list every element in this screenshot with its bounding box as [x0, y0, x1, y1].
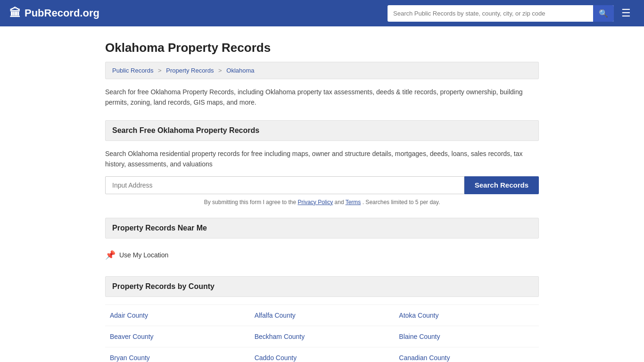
list-item: Blaine County: [394, 326, 539, 347]
search-form-description: Search Oklahoma residential property rec…: [105, 148, 539, 170]
site-logo[interactable]: 🏛 PubRecord.org: [9, 7, 99, 20]
header-search-button[interactable]: 🔍: [593, 5, 614, 22]
page-title: Oklahoma Property Records: [105, 41, 539, 55]
breadcrumb: Public Records > Property Records > Okla…: [105, 62, 539, 79]
county-link[interactable]: Adair County: [110, 312, 148, 319]
list-item: Beaver County: [105, 326, 250, 347]
breadcrumb-sep-1: >: [158, 67, 162, 74]
list-item: Canadian County: [394, 347, 539, 362]
county-link[interactable]: Caddo County: [255, 354, 297, 362]
page-description: Search for free Oklahoma Property Record…: [105, 87, 539, 108]
breadcrumb-sep-2: >: [218, 67, 222, 74]
county-link[interactable]: Alfalfa County: [255, 312, 296, 319]
search-section-header: Search Free Oklahoma Property Records: [105, 120, 539, 141]
hamburger-menu-button[interactable]: ☰: [618, 5, 635, 21]
list-item: Adair County: [105, 305, 250, 326]
site-header: 🏛 PubRecord.org 🔍 ☰: [0, 0, 644, 26]
county-section-header: Property Records by County: [105, 276, 539, 297]
site-logo-text: PubRecord.org: [25, 7, 99, 19]
near-me-section: Property Records Near Me 📌 Use My Locati…: [105, 218, 539, 264]
terms-link[interactable]: Terms: [346, 199, 361, 206]
county-link[interactable]: Bryan County: [110, 354, 150, 362]
disclaimer-and: and: [335, 199, 346, 206]
header-search-wrapper: 🔍: [388, 5, 614, 22]
county-section: Property Records by County Adair CountyA…: [105, 276, 539, 362]
building-icon: 🏛: [9, 7, 21, 20]
list-item: Alfalfa County: [250, 305, 395, 326]
county-link[interactable]: Atoka County: [399, 312, 438, 319]
header-right: 🔍 ☰: [388, 5, 635, 22]
main-content: Oklahoma Property Records Public Records…: [96, 26, 548, 362]
location-pin-icon: 📌: [105, 250, 116, 260]
disclaimer-end: . Searches limited to 5 per day.: [363, 199, 440, 206]
county-link[interactable]: Canadian County: [399, 354, 450, 362]
search-records-button[interactable]: Search Records: [464, 176, 539, 194]
county-grid: Adair CountyAlfalfa CountyAtoka CountyBe…: [105, 304, 539, 362]
list-item: Bryan County: [105, 347, 250, 362]
privacy-policy-link[interactable]: Privacy Policy: [298, 199, 333, 206]
hamburger-icon: ☰: [621, 7, 631, 19]
disclaimer-prefix: By submitting this form I agree to the: [204, 199, 298, 206]
breadcrumb-property-records[interactable]: Property Records: [166, 67, 214, 74]
address-search-row: Search Records: [105, 176, 539, 194]
header-search-input[interactable]: [388, 6, 593, 21]
address-input[interactable]: [105, 176, 464, 194]
county-link[interactable]: Blaine County: [399, 333, 440, 340]
list-item: Caddo County: [250, 347, 395, 362]
near-me-section-header: Property Records Near Me: [105, 218, 539, 239]
list-item: Atoka County: [394, 305, 539, 326]
county-link[interactable]: Beaver County: [110, 333, 154, 340]
list-item: Beckham County: [250, 326, 395, 347]
use-my-location-link[interactable]: 📌 Use My Location: [105, 246, 539, 264]
search-icon: 🔍: [599, 9, 608, 17]
use-location-label: Use My Location: [119, 251, 168, 259]
breadcrumb-public-records[interactable]: Public Records: [112, 67, 153, 74]
form-disclaimer: By submitting this form I agree to the P…: [105, 199, 539, 206]
breadcrumb-oklahoma[interactable]: Oklahoma: [226, 67, 254, 74]
county-link[interactable]: Beckham County: [255, 333, 305, 340]
